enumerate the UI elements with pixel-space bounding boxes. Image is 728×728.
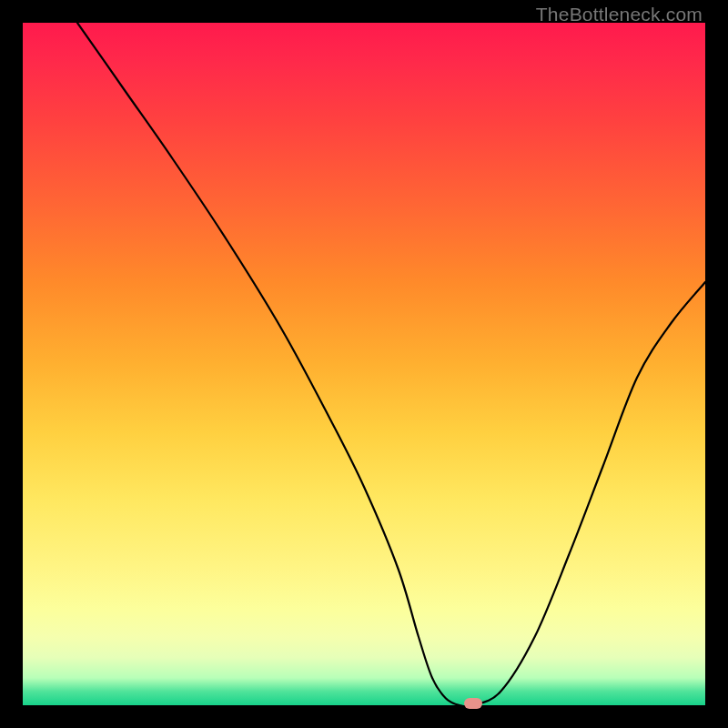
chart-frame: TheBottleneck.com [0,0,728,728]
bottleneck-curve [23,23,705,705]
chart-plot-area [23,23,705,705]
optimal-point-marker [464,698,482,709]
